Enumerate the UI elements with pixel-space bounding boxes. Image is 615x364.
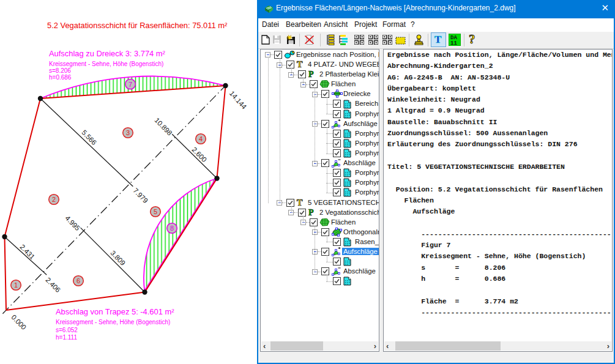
svg-text:3: 3	[126, 129, 130, 136]
svg-text:2.406: 2.406	[44, 276, 62, 294]
svg-text:T: T	[297, 60, 303, 69]
svg-text:4: 4	[199, 135, 203, 143]
svg-text:5.566: 5.566	[80, 128, 98, 146]
svg-text:s=8.206: s=8.206	[49, 67, 71, 74]
svg-text:T: T	[434, 34, 442, 45]
svg-text:Kreissegment - Sehne, Höhe (Bo: Kreissegment - Sehne, Höhe (Bogenstich)	[49, 61, 163, 67]
svg-text:14.144: 14.144	[228, 89, 248, 111]
svg-text:11: 11	[450, 40, 457, 46]
svg-text:P: P	[308, 70, 314, 78]
svg-text:h=0.686: h=0.686	[49, 74, 72, 81]
svg-text:4.995: 4.995	[64, 214, 81, 232]
svg-text:7.979: 7.979	[132, 187, 149, 204]
svg-text:5.2 Vegatationsschicht für Ras: 5.2 Vegatationsschicht für Rasenflächen:…	[47, 21, 228, 30]
svg-text:1: 1	[14, 281, 18, 289]
svg-text:Kreissegment - Sehne, Höhe (Bo: Kreissegment - Sehne, Höhe (Bogenstich)	[56, 319, 170, 325]
svg-text:6: 6	[76, 277, 80, 284]
svg-text:Aufschlag zu Dreieck 3: 3.774: Aufschlag zu Dreieck 3: 3.774 m²	[49, 49, 166, 58]
svg-text:h=1.111: h=1.111	[56, 334, 77, 341]
svg-text:7: 7	[129, 81, 132, 88]
svg-text:P: P	[308, 208, 314, 217]
svg-text:0.000: 0.000	[10, 313, 28, 331]
svg-text:?: ?	[469, 33, 475, 46]
svg-text:2: 2	[52, 196, 56, 203]
svg-text:10.898: 10.898	[153, 116, 173, 136]
svg-text:3.809: 3.809	[109, 249, 127, 267]
svg-text:5: 5	[154, 208, 157, 215]
svg-text:T: T	[297, 198, 303, 207]
svg-text:8: 8	[170, 225, 174, 232]
svg-text:Abschlag von Trapez 5: -4.601: Abschlag von Trapez 5: -4.601 m²	[56, 307, 174, 316]
svg-text:s=6.052: s=6.052	[56, 327, 78, 333]
